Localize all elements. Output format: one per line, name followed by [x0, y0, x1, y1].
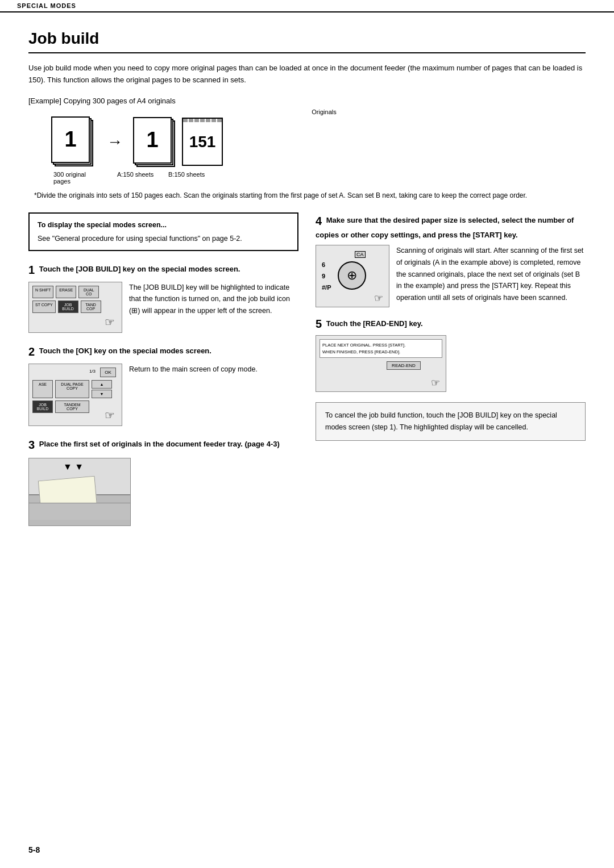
tray-diagram: ▼ ▼ [28, 458, 131, 526]
read-end-screen: PLACE NEXT ORIGINAL. PRESS [START]. WHEN… [316, 335, 446, 392]
step-2-text: Return to the main screen of copy mode. [129, 364, 298, 375]
step-2-title: Touch the [OK] key on the special modes … [39, 347, 211, 355]
step-3: 3 Place the first set of originals in th… [28, 436, 298, 526]
set-b-num: 151 [189, 133, 216, 151]
set-a-num: 1 [146, 128, 158, 152]
read-end-finger-icon: ☞ [431, 377, 440, 389]
step-5-header: 5 Touch the [READ-END] key. [316, 318, 586, 331]
read-end-line1: PLACE NEXT ORIGINAL. PRESS [START]. [322, 342, 439, 348]
label-b: B:150 sheets [168, 171, 205, 185]
step-1-header: 1 Touch the [JOB BUILD] key on the speci… [28, 261, 298, 278]
step-3-header: 3 Place the first set of originals in th… [28, 436, 298, 453]
cancel-box: To cancel the job build function, touch … [316, 402, 586, 440]
step-1: 1 Touch the [JOB BUILD] key on the speci… [28, 261, 298, 333]
finger-icon-2: ☞ [105, 408, 115, 422]
step-1-text: The [JOB BUILD] key will be highlighted … [129, 282, 298, 317]
orig-num: 1 [64, 127, 76, 152]
intro-text: Use job build mode when you need to copy… [28, 62, 586, 86]
info-box: To display the special modes screen... S… [28, 212, 298, 251]
read-end-display: PLACE NEXT ORIGINAL. PRESS [START]. WHEN… [320, 339, 442, 358]
page-number: 5-8 [28, 845, 40, 854]
step-5-title: Touch the [READ-END] key. [326, 319, 423, 328]
originals-label: Originals [63, 108, 586, 115]
start-finger-icon: ☞ [374, 292, 383, 304]
top-bar: SPECIAL MODES [0, 0, 614, 12]
info-box-title: To display the special modes screen... [38, 219, 289, 231]
label-a: A:150 sheets [117, 171, 163, 185]
step-2-header: 2 Touch the [OK] key on the special mode… [28, 343, 298, 360]
originals-stack: 1 [51, 116, 97, 168]
set-b-doc: 151 [182, 118, 223, 166]
step-1-title: Touch the [JOB BUILD] key on the special… [39, 265, 240, 273]
start-key-diagram: CA 6 9 #/P ⊕ ☞ [316, 245, 389, 307]
read-end-btn: READ-END [387, 361, 421, 370]
step-3-title: Place the first set of originals in the … [39, 440, 280, 448]
step-4: 4 Make sure that the desired paper size … [316, 212, 586, 308]
label-300: 300 original pages [53, 171, 103, 185]
example-label: [Example] Copying 300 pages of A4 origin… [28, 97, 586, 105]
info-box-text: See "General procedure for using special… [38, 233, 289, 244]
page-title: Job build [28, 30, 586, 53]
panel-mockup-2: OK ASE DUAL PAGECOPY ▲ ▼ [28, 364, 122, 426]
cancel-text: To cancel the job build function, touch … [325, 411, 557, 431]
step-4-text: Scanning of originals will start. After … [396, 245, 586, 303]
set-a-stack: 1 [133, 117, 176, 167]
step-5: 5 Touch the [READ-END] key. PLACE NEXT O… [316, 318, 586, 392]
step-2: 2 Touch the [OK] key on the special mode… [28, 343, 298, 426]
read-end-line2: WHEN FINISHED, PRESS [READ-END]. [322, 349, 439, 355]
step-4-header: 4 Make sure that the desired paper size … [316, 212, 586, 241]
finger-icon-1: ☞ [105, 315, 115, 329]
arrow-right-icon: → [107, 133, 123, 151]
step-4-title: Make sure that the desired paper size is… [316, 216, 574, 239]
panel-mockup-1: N SHIFT ERASE DUALCO ST COPY JOBBUILD TA… [28, 282, 122, 333]
top-bar-label: SPECIAL MODES [17, 2, 76, 9]
footnote: *Divide the originals into sets of 150 p… [34, 190, 586, 201]
diagram-row: 1 → 1 151 [51, 116, 586, 168]
diagram-labels: 300 original pages A:150 sheets B:150 sh… [51, 171, 586, 185]
